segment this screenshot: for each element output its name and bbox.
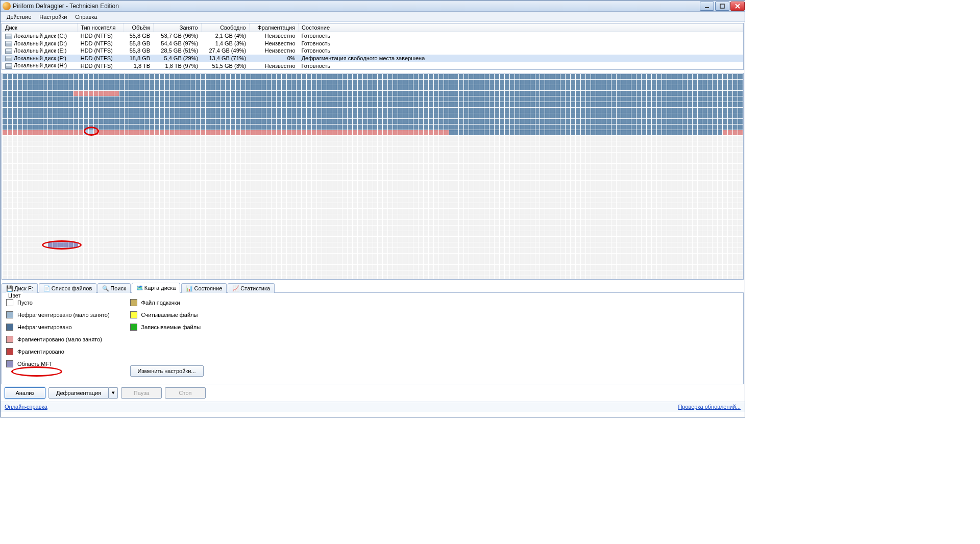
legend-item: Считываемые файлы bbox=[130, 311, 204, 318]
disk-row[interactable]: Локальный диск (C:) HDD (NTFS)55,8 GB53,… bbox=[2, 32, 743, 40]
status-icon: 📊 bbox=[186, 285, 192, 291]
color-swatch bbox=[6, 324, 13, 331]
menu-settings[interactable]: Настройки bbox=[35, 13, 71, 21]
legend-item: Фрагментировано bbox=[6, 348, 110, 355]
tab-status[interactable]: 📊Состояние bbox=[181, 283, 227, 293]
legend-panel: Цвет ПустоНефрагментировано (мало занято… bbox=[2, 293, 744, 384]
window-controls bbox=[699, 2, 745, 11]
disk-row[interactable]: Локальный диск (H:) HDD (NTFS)1,8 TB1,8 … bbox=[2, 62, 743, 69]
drive-icon bbox=[5, 48, 12, 54]
legend-item: Область MFT bbox=[6, 360, 110, 367]
menu-action[interactable]: Действие bbox=[3, 13, 35, 21]
menubar: Действие Настройки Справка bbox=[1, 12, 745, 22]
tab-disk[interactable]: 💾Диск F: bbox=[2, 283, 38, 293]
minimize-button[interactable] bbox=[700, 2, 714, 11]
color-swatch bbox=[6, 348, 13, 355]
app-icon bbox=[3, 2, 11, 10]
action-bar: Анализ Дефрагментация ▾ Пауза Стоп bbox=[1, 384, 745, 402]
col-used[interactable]: Занято bbox=[153, 23, 201, 32]
chart-icon: 📈 bbox=[232, 285, 238, 291]
legend-item: Нефрагментировано bbox=[6, 324, 110, 331]
disk-row[interactable]: Локальный диск (D:) HDD (NTFS)55,8 GB54,… bbox=[2, 40, 743, 47]
color-swatch bbox=[130, 324, 137, 331]
color-swatch bbox=[6, 336, 13, 343]
disk-icon: 💾 bbox=[6, 285, 12, 291]
window-title: Piriform Defraggler - Technician Edition bbox=[13, 3, 699, 10]
color-swatch bbox=[130, 299, 137, 306]
col-disk[interactable]: Диск bbox=[2, 23, 78, 32]
drive-icon bbox=[5, 41, 12, 46]
tab-stats[interactable]: 📈Статистика bbox=[228, 283, 275, 293]
check-updates-link[interactable]: Проверка обновлений... bbox=[678, 404, 741, 410]
color-swatch bbox=[130, 311, 137, 318]
pause-button: Пауза bbox=[121, 387, 162, 399]
legend-item: Записываемые файлы bbox=[130, 324, 204, 331]
disk-header-row: Диск Тип носителя Объём Занято Свободно … bbox=[2, 23, 743, 32]
legend-item: Файл подкачки bbox=[130, 299, 204, 306]
col-free[interactable]: Свободно bbox=[201, 23, 249, 32]
online-help-link[interactable]: Онлайн-справка bbox=[5, 404, 47, 410]
drive-icon bbox=[5, 34, 12, 39]
drive-icon bbox=[5, 63, 12, 69]
disk-row[interactable]: Локальный диск (E:) HDD (NTFS)55,8 GB28,… bbox=[2, 47, 743, 55]
defrag-dropdown-arrow[interactable]: ▾ bbox=[109, 387, 118, 399]
legend-item: Нефрагментировано (мало занято) bbox=[6, 311, 110, 318]
col-size[interactable]: Объём bbox=[124, 23, 153, 32]
col-media[interactable]: Тип носителя bbox=[78, 23, 124, 32]
stop-button: Стоп bbox=[165, 387, 206, 399]
app-window: Piriform Defraggler - Technician Edition… bbox=[0, 0, 745, 417]
svg-rect-1 bbox=[720, 4, 724, 8]
defrag-split-button: Дефрагментация ▾ bbox=[48, 387, 118, 399]
menu-help[interactable]: Справка bbox=[71, 13, 101, 21]
change-settings-button[interactable]: Изменить настройки... bbox=[130, 365, 204, 377]
drive-map[interactable] bbox=[2, 73, 744, 280]
close-button[interactable] bbox=[730, 2, 745, 11]
search-icon: 🔍 bbox=[102, 285, 108, 291]
disk-row[interactable]: Локальный диск (F:) HDD (NTFS)18,8 GB5,4… bbox=[2, 55, 743, 62]
tab-search[interactable]: 🔍Поиск bbox=[97, 283, 130, 293]
statusbar: Онлайн-справка Проверка обновлений... bbox=[1, 402, 745, 412]
tab-filelist[interactable]: 📄Список файлов bbox=[39, 283, 96, 293]
color-swatch bbox=[6, 360, 13, 367]
tab-strip: 💾Диск F: 📄Список файлов 🔍Поиск 🗺️Карта д… bbox=[2, 282, 744, 293]
legend-title: Цвет bbox=[6, 292, 23, 299]
col-state[interactable]: Состояние bbox=[299, 23, 743, 32]
titlebar: Piriform Defraggler - Technician Edition bbox=[1, 1, 745, 12]
tab-drivemap[interactable]: 🗺️Карта диска bbox=[132, 283, 181, 293]
list-icon: 📄 bbox=[43, 285, 50, 291]
defrag-button[interactable]: Дефрагментация bbox=[48, 387, 109, 399]
color-swatch bbox=[6, 299, 13, 306]
drive-icon bbox=[5, 56, 12, 61]
col-frag[interactable]: Фрагментация bbox=[249, 23, 298, 32]
legend-item: Фрагментировано (мало занято) bbox=[6, 336, 110, 343]
legend-item: Пусто bbox=[6, 299, 110, 306]
analyze-button[interactable]: Анализ bbox=[5, 387, 45, 399]
color-swatch bbox=[6, 311, 13, 318]
disk-list: Диск Тип носителя Объём Занято Свободно … bbox=[2, 23, 744, 70]
map-icon: 🗺️ bbox=[136, 285, 142, 291]
maximize-button[interactable] bbox=[715, 2, 729, 11]
